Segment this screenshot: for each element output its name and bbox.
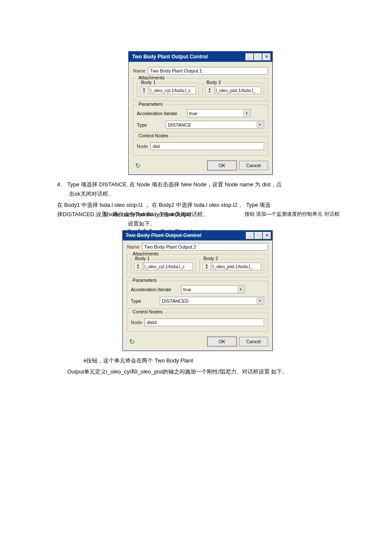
titlebar[interactable]: Two Body Plant Output Control _ □ ✕: [129, 52, 272, 62]
chevron-down-icon: ▼: [237, 286, 244, 292]
body2-label: Body 2: [202, 256, 219, 261]
body2-input[interactable]: l_oleo_pist.1/tsda.l_: [212, 263, 262, 270]
accel-label: Acceleration Iterate: [137, 111, 184, 116]
node-label: Node: [137, 144, 148, 149]
control-nodes-label: Control Nodes: [131, 309, 164, 314]
minimize-button[interactable]: _: [246, 232, 254, 239]
accel-label: Acceleration Iterate: [131, 287, 178, 292]
body1-input[interactable]: l_oleo_cyl.1/tsda.l_c: [149, 87, 196, 94]
body1-group: Body 1 ↥ l_oleo_cyl.1/tsda.l_c: [131, 259, 196, 273]
control-nodes-group: Control Nodes Node dist: [133, 136, 268, 156]
instruction-text-4: 4、 Type 项选择 DISTANCE. 在 Node 项右击选择 New N…: [0, 179, 392, 200]
pick-body1-icon[interactable]: ↥: [140, 87, 148, 94]
close-button[interactable]: ✕: [262, 53, 271, 61]
minimize-button[interactable]: _: [245, 53, 254, 61]
refresh-icon[interactable]: ↻: [133, 161, 142, 170]
type-select[interactable]: DISTANCE ▼: [166, 121, 264, 129]
name-label: Name: [133, 68, 145, 73]
control-nodes-label: Control Nodes: [137, 133, 170, 138]
node-input[interactable]: distd: [144, 319, 264, 326]
name-input[interactable]: Two Body Plant Output.1: [148, 67, 268, 75]
maximize-button[interactable]: □: [254, 53, 262, 61]
name-label: Name: [127, 244, 139, 249]
dialog-title: Two Body Plant Output Control: [132, 54, 208, 60]
chevron-down-icon: ▼: [243, 110, 250, 116]
body1-input[interactable]: l_oleo_cyl.1/tsda.l_c: [143, 263, 193, 270]
attachments-group: Attachments Body 1 ↥ l_oleo_cyl.1/tsda.l…: [133, 78, 268, 101]
node-label: Node: [131, 320, 142, 325]
attachments-group: Attachments Body 1 ↥ l_oleo_cyl.1/tsda.l…: [127, 254, 268, 277]
dialog2-title: Two Body Plant Output Control: [126, 232, 202, 238]
instruction-text-body: 在 Body1 中选择 tsda.l oleo stop.t1 ， 在 Body…: [0, 200, 392, 220]
cancel-button[interactable]: Cancel: [239, 161, 268, 170]
instruction-text-e: e按钮，这个单元将会在两个 Two Body Plant: [0, 355, 392, 366]
dialog-output-control-2: Name Two Body Plant Output.2 Attachments…: [122, 238, 273, 351]
node-input[interactable]: dist: [150, 142, 264, 150]
parameters-group: Parameters Acceleration Iterate true ▼ T…: [127, 281, 268, 309]
body1-group: Body 1 ↥ l_oleo_cyl.1/tsda.l_c: [137, 83, 199, 97]
control-nodes-group: Control Nodes Node distd: [127, 312, 268, 332]
pick-body1-icon[interactable]: ↥: [134, 263, 142, 270]
body2-group: Body 2 ↥ l_oleo_pist.1/tsda.l_: [199, 259, 265, 273]
ok-button[interactable]: OK: [208, 337, 236, 346]
close-button[interactable]: ✕: [263, 232, 271, 239]
accel-select[interactable]: true ▼: [181, 285, 245, 293]
parameters-label: Parameters: [131, 278, 159, 283]
instruction-text-5: 设置如下。: [0, 220, 156, 228]
parameters-label: Parameters: [137, 101, 164, 107]
chevron-down-icon: ▼: [257, 122, 263, 128]
body2-input[interactable]: l_oleo_pist.1/tsda.l_: [215, 87, 262, 94]
body1-label: Body 1: [140, 80, 157, 85]
body2-label: Body 2: [205, 80, 222, 85]
name-input[interactable]: Two Body Plant Output.2: [142, 243, 268, 251]
dialog-output-control-1: Two Body Plant Output Control _ □ ✕ Name…: [128, 51, 273, 175]
dialog2-titlebar[interactable]: Two Body Plant Output Control _ □ ✕: [122, 230, 273, 240]
type-label: Type: [131, 298, 156, 304]
pick-body2-icon[interactable]: ↥: [202, 263, 211, 270]
maximize-button[interactable]: □: [254, 232, 262, 239]
accel-select[interactable]: true ▼: [187, 109, 251, 117]
body2-group: Body 2 ↥ l_oleo_pist.1/tsda.l_: [202, 83, 265, 97]
type-label: Type: [137, 122, 162, 127]
parameters-group: Parameters Acceleration Iterate true ▼ T…: [133, 104, 268, 133]
type-select[interactable]: DISTANCED ▼: [160, 297, 264, 305]
cancel-button[interactable]: Cancel: [239, 337, 268, 346]
refresh-icon[interactable]: ↻: [127, 337, 136, 346]
pick-body2-icon[interactable]: ↥: [205, 87, 214, 94]
chevron-down-icon: ▼: [257, 298, 263, 304]
body1-label: Body 1: [134, 256, 151, 261]
instruction-text-output: Output单元定义l_oleo_cyl和l_oleo_pist的轴之间施加一个…: [0, 366, 392, 377]
ok-button[interactable]: OK: [208, 161, 236, 170]
